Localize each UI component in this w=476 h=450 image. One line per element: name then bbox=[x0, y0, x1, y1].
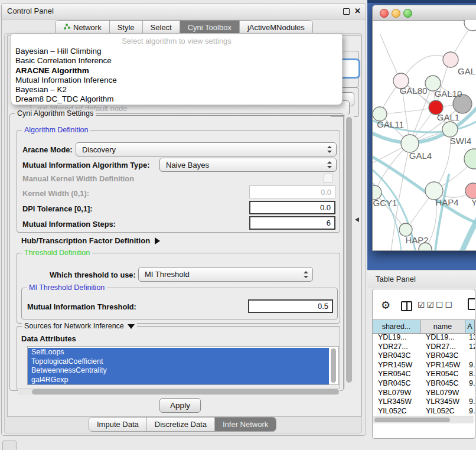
algorithm-option[interactable]: Mutual Information Inference bbox=[12, 76, 341, 85]
algorithm-option[interactable]: Basic Correlation Inference bbox=[12, 56, 341, 66]
table-cell: YIL052C bbox=[373, 407, 420, 416]
network-desktop: GALGAL80GAL10GAL1GAL11SWI4GAL4GCY1HAP4YH… bbox=[367, 0, 476, 270]
select-all-columns-icon[interactable]: ☑☑ bbox=[418, 300, 436, 309]
table-row[interactable]: YPR145WYPR145W9. bbox=[373, 361, 475, 370]
table-row[interactable]: YIL052CYIL052C9. bbox=[373, 407, 475, 416]
unselect-all-columns-icon[interactable]: ☐☐ bbox=[436, 300, 454, 309]
settings-horizontal-scrollbar[interactable] bbox=[18, 388, 340, 395]
zoom-traffic-light-icon[interactable] bbox=[403, 9, 412, 18]
apply-button-label: Apply bbox=[170, 401, 190, 410]
attribute-item[interactable]: TopologicalCoefficient bbox=[28, 357, 329, 367]
network-node-label: GAL80 bbox=[400, 86, 428, 96]
network-node-label: GAL10 bbox=[435, 89, 462, 99]
attribute-item[interactable]: gal4RGexp bbox=[28, 376, 329, 385]
dpi-tolerance-label: DPI Tolerance [0,1]: bbox=[22, 204, 93, 213]
table-cell: YDL19... bbox=[420, 333, 465, 343]
hscrollbar-thumb[interactable] bbox=[32, 389, 339, 394]
network-node[interactable] bbox=[464, 149, 476, 169]
table-row[interactable]: YDL19...YDL19...13 bbox=[373, 333, 475, 343]
split-columns-icon[interactable] bbox=[401, 301, 412, 311]
network-node-label: HAP2 bbox=[405, 235, 428, 245]
table-row[interactable]: YBL079WYBL079W bbox=[373, 389, 475, 398]
aracne-mode-combo[interactable]: Discovery bbox=[76, 142, 337, 156]
dpi-tolerance-field[interactable]: 0.0 bbox=[249, 201, 335, 214]
stepper-icon bbox=[327, 146, 332, 153]
float-window-icon[interactable] bbox=[343, 8, 350, 15]
tab-label: Discretize Data bbox=[155, 420, 207, 429]
export-table-icon[interactable] bbox=[468, 298, 475, 310]
sources-title[interactable]: Sources for Network Inference bbox=[22, 322, 137, 330]
kernel-width-field[interactable]: 0.0 bbox=[249, 185, 335, 198]
algorithm-option[interactable]: ARACNE Algorithm bbox=[12, 66, 341, 76]
dpi-tolerance-value: 0.0 bbox=[320, 203, 331, 212]
tab-impute-data[interactable]: Impute Data bbox=[89, 418, 147, 431]
table-cell: 13 bbox=[465, 333, 475, 343]
column-header[interactable]: name bbox=[420, 320, 465, 333]
which-threshold-value: MI Threshold bbox=[145, 270, 190, 279]
tab-select[interactable]: Select bbox=[143, 21, 180, 34]
settings-vertical-scrollbar[interactable] bbox=[344, 115, 354, 389]
table-cell: YPR145W bbox=[373, 361, 420, 370]
close-window-icon[interactable]: ✕ bbox=[354, 6, 361, 15]
network-node[interactable] bbox=[442, 122, 458, 137]
network-window-titlebar bbox=[373, 5, 476, 21]
tab-style[interactable]: Style bbox=[110, 21, 143, 34]
network-edge-highlighted[interactable] bbox=[373, 157, 476, 223]
table-hscrollbar-thumb[interactable] bbox=[374, 418, 450, 422]
mi-type-combo[interactable]: Naive Bayes bbox=[159, 158, 337, 172]
table-horizontal-scrollbar[interactable] bbox=[373, 416, 474, 423]
table-body: YDL19...YDL19...13YDR27...YDR27...12YBR0… bbox=[373, 333, 475, 416]
mi-threshold-definition-title: MI Threshold Definition bbox=[27, 283, 107, 292]
tab-cyni-toolbox[interactable]: Cyni Toolbox bbox=[180, 21, 240, 34]
minimized-panel-icon[interactable] bbox=[2, 441, 17, 450]
kernel-width-label: Kernel Width (0,1): bbox=[22, 189, 89, 198]
manual-kernel-checkbox[interactable] bbox=[324, 174, 333, 183]
network-node[interactable] bbox=[464, 20, 476, 31]
hub-definition-toggle[interactable]: Hub/Transcription Factor Definition bbox=[21, 236, 160, 245]
table-row[interactable]: YBR043CYBR043C bbox=[373, 351, 475, 361]
attributes-scrollbar-thumb[interactable] bbox=[331, 348, 336, 383]
table-cell: YLR345W bbox=[373, 397, 420, 407]
stepper-icon bbox=[327, 161, 332, 168]
network-node[interactable] bbox=[399, 223, 412, 236]
table-row[interactable]: YLR345WYLR345W9. bbox=[373, 397, 475, 407]
mi-threshold-field[interactable]: 0.5 bbox=[248, 299, 333, 313]
close-traffic-light-icon[interactable] bbox=[380, 9, 389, 18]
cyni-algorithm-settings-title: Cyni Algorithm Settings bbox=[15, 109, 96, 118]
which-threshold-label: Which threshold to use: bbox=[50, 270, 136, 279]
tab-network[interactable]: Network bbox=[56, 21, 110, 34]
mi-steps-label: Mutual Information Steps: bbox=[22, 220, 116, 229]
column-header[interactable]: A bbox=[465, 320, 475, 333]
algorithm-option[interactable]: Dream8 DC_TDC Algorithm bbox=[12, 94, 341, 104]
column-header[interactable]: shared... bbox=[373, 320, 420, 333]
threshold-definition-title: Threshold Definition bbox=[22, 249, 92, 257]
network-edge[interactable] bbox=[380, 107, 436, 114]
mi-steps-field[interactable]: 6 bbox=[249, 216, 335, 230]
network-node-label: GCY1 bbox=[373, 198, 397, 208]
algorithm-option[interactable]: Bayesian – K2 bbox=[12, 85, 341, 94]
sources-title-text: Sources for Network Inference bbox=[24, 322, 124, 330]
stepper-icon bbox=[304, 271, 308, 278]
network-edge-highlighted[interactable] bbox=[459, 216, 476, 250]
table-row[interactable]: YDR27...YDR27...12 bbox=[373, 343, 475, 352]
tab-discretize-data[interactable]: Discretize Data bbox=[147, 418, 215, 431]
tab-infer-network[interactable]: Infer Network bbox=[215, 418, 276, 431]
tab-jactivemnodules[interactable]: jActiveMNodules bbox=[240, 21, 312, 34]
attribute-item[interactable]: BetweennessCentrality bbox=[28, 366, 329, 376]
data-attributes-list[interactable]: SelfLoopsTopologicalCoefficientBetweenne… bbox=[27, 346, 339, 385]
attribute-item[interactable]: SelfLoops bbox=[28, 348, 329, 357]
table-cell: YLR345W bbox=[420, 397, 465, 407]
table-row[interactable]: YBR045CYBR045C9. bbox=[373, 379, 475, 389]
which-threshold-combo[interactable]: MI Threshold bbox=[138, 267, 313, 282]
tab-label: jActiveMNodules bbox=[247, 23, 305, 32]
gear-icon[interactable]: ⚙ bbox=[381, 299, 390, 312]
network-node[interactable] bbox=[401, 135, 419, 152]
apply-button[interactable]: Apply bbox=[159, 398, 201, 413]
algorithm-option[interactable]: Bayesian – Hill Climbing bbox=[12, 47, 341, 56]
minimize-traffic-light-icon[interactable] bbox=[392, 9, 400, 18]
table-row[interactable]: YER054CYER054C8. bbox=[373, 370, 475, 379]
settings-scrollbar-thumb[interactable] bbox=[346, 117, 352, 383]
network-canvas[interactable]: GALGAL80GAL10GAL1GAL11SWI4GAL4GCY1HAP4YH… bbox=[373, 20, 476, 250]
network-node[interactable] bbox=[443, 52, 458, 67]
network-node[interactable] bbox=[465, 183, 476, 198]
